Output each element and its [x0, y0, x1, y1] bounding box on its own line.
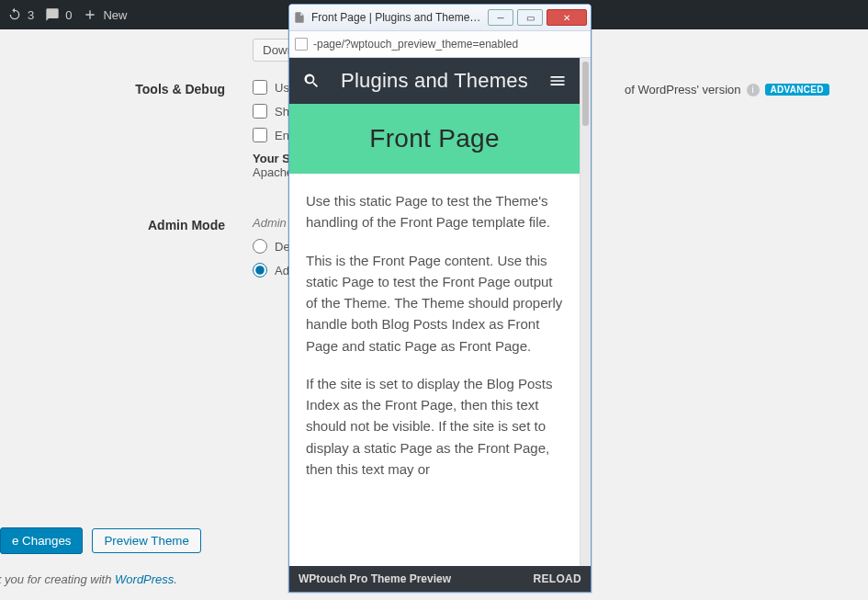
advanced-badge: Advanced — [765, 84, 829, 96]
mobile-preview: Plugins and Themes Front Page Use this s… — [289, 58, 580, 566]
popup-title: Front Page | Plugins and Themes - ... — [310, 11, 484, 24]
comments-item[interactable]: 0 — [45, 7, 72, 22]
save-changes-button[interactable]: e Changes — [0, 527, 83, 554]
section-label-admin-mode: Admin Mode — [18, 216, 253, 232]
updates-count: 3 — [28, 8, 34, 22]
close-button[interactable]: ✕ — [547, 9, 587, 26]
version-hint-text: of WordPress' version — [625, 83, 741, 96]
info-icon[interactable]: i — [747, 84, 760, 96]
version-hint: of WordPress' version i Advanced — [625, 83, 829, 96]
section-label-tools: Tools & Debug — [18, 80, 253, 96]
search-icon[interactable] — [302, 72, 321, 90]
popup-body: Plugins and Themes Front Page Use this s… — [289, 58, 591, 566]
use-j-checkbox[interactable] — [253, 80, 267, 95]
content-p3: If the site is set to display the Blog P… — [306, 373, 563, 480]
show-checkbox[interactable] — [253, 104, 267, 119]
mobile-site-title[interactable]: Plugins and Themes — [341, 69, 528, 93]
popup-url[interactable]: -page/?wptouch_preview_theme=enabled — [313, 38, 585, 51]
wordpress-link[interactable]: WordPress — [115, 572, 174, 586]
radio-default-input[interactable] — [253, 239, 267, 254]
doc-icon — [295, 38, 308, 51]
updates-icon — [7, 7, 22, 22]
scrollbar-thumb[interactable] — [582, 62, 589, 126]
theme-preview-popup: Front Page | Plugins and Themes - ... ─ … — [288, 4, 592, 593]
popup-scrollbar[interactable] — [580, 58, 591, 566]
status-label: WPtouch Pro Theme Preview — [299, 572, 451, 585]
minimize-button[interactable]: ─ — [488, 9, 513, 26]
menu-icon[interactable] — [548, 72, 567, 90]
new-label: New — [103, 8, 127, 22]
popup-urlbar: -page/?wptouch_preview_theme=enabled — [289, 30, 591, 58]
thankyou-prefix: k you for creating with — [0, 572, 115, 586]
radio-advanced-input[interactable] — [253, 263, 267, 277]
maximize-button[interactable]: ▭ — [517, 9, 543, 26]
popup-titlebar[interactable]: Front Page | Plugins and Themes - ... ─ … — [289, 5, 591, 30]
comment-icon — [45, 7, 60, 22]
content-p1: Use this static Page to test the Theme's… — [306, 190, 563, 233]
plus-icon — [83, 7, 97, 22]
updates-item[interactable]: 3 — [7, 7, 34, 22]
preview-theme-button[interactable]: Preview Theme — [92, 528, 200, 553]
new-item[interactable]: New — [83, 7, 127, 22]
reload-button[interactable]: RELOAD — [534, 572, 581, 585]
content-p2: This is the Front Page content. Use this… — [306, 250, 563, 357]
page-icon — [293, 11, 306, 24]
comments-count: 0 — [65, 8, 72, 22]
mobile-header: Plugins and Themes — [289, 58, 580, 104]
enab-checkbox[interactable] — [253, 128, 267, 142]
thankyou-footer: k you for creating with WordPress. — [0, 572, 182, 586]
thankyou-suffix: . — [174, 572, 177, 586]
mobile-content: Use this static Page to test the Theme's… — [289, 174, 580, 505]
popup-statusbar: WPtouch Pro Theme Preview RELOAD — [289, 566, 591, 592]
mobile-page-title: Front Page — [289, 104, 580, 174]
